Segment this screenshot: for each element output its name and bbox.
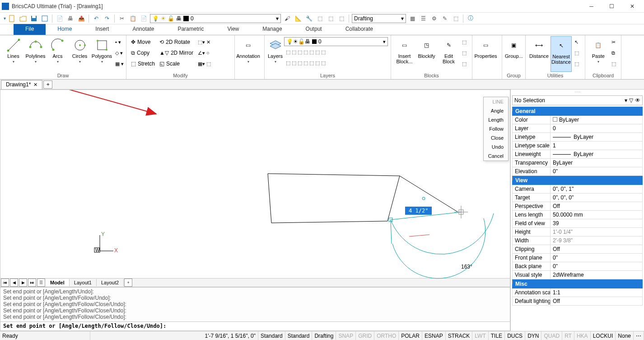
tab-layout1[interactable]: Layout1	[70, 279, 97, 286]
toggle-ortho[interactable]: ORTHO	[374, 331, 399, 340]
ctx-follow[interactable]: Follow	[484, 124, 508, 133]
circles-button[interactable]: Circles▾	[69, 36, 90, 72]
tab-model[interactable]: Model	[46, 279, 70, 286]
tab-manage[interactable]: Manage	[251, 24, 294, 35]
toggle-lwt[interactable]: LWT	[472, 331, 488, 340]
toggle-hka[interactable]: HKA	[574, 331, 591, 340]
cut2[interactable]: ✂	[610, 37, 618, 47]
annotation-button[interactable]: ▭Annotation▾	[238, 36, 259, 72]
layers-button[interactable]: Layers▾	[267, 36, 283, 72]
tab-file[interactable]: File	[14, 24, 46, 35]
polylines-button[interactable]: Polylines▾	[25, 36, 46, 72]
util1[interactable]: ↖	[573, 37, 582, 47]
util2[interactable]: ⬚	[573, 48, 582, 58]
print-icon[interactable]: 🖶	[66, 14, 75, 23]
dimension-input[interactable]: 4 1/2"	[405, 207, 432, 215]
tool6-icon[interactable]: ☰	[419, 14, 428, 23]
toggle-quad[interactable]: QUAD	[541, 331, 562, 340]
paste-button[interactable]: 📋Paste▾	[588, 36, 609, 72]
blockify-button[interactable]: ◳Blockify	[416, 36, 437, 72]
eye-icon[interactable]: 👁	[635, 97, 640, 104]
status-none[interactable]: None	[616, 331, 634, 340]
layer-combo[interactable]: 💡 ☀ 🔓 🖶 0 ▾	[150, 14, 281, 23]
tab-annotate[interactable]: Annotate	[121, 24, 166, 35]
tool8-icon[interactable]: ✎	[440, 14, 449, 23]
tab-home[interactable]: Home	[46, 24, 84, 35]
toggle-ducs[interactable]: DUCS	[505, 331, 525, 340]
export-icon[interactable]: 📤	[77, 14, 86, 23]
ctx-cancel[interactable]: Cancel	[484, 151, 508, 161]
selection-combo[interactable]: No Selection▾ ▽ 👁	[512, 95, 643, 105]
ctx-undo[interactable]: Undo	[484, 142, 508, 151]
cut-icon[interactable]: ✂	[117, 14, 126, 23]
copy-button[interactable]: ⧉Copy	[129, 48, 157, 58]
redo-icon[interactable]: ↷	[103, 14, 112, 23]
copy2[interactable]: ⧉	[610, 48, 618, 58]
command-line[interactable]: Set end point or [Angle/Length/Follow/Cl…	[0, 321, 510, 331]
section-misc[interactable]: −Misc	[512, 279, 643, 288]
filter-icon[interactable]: ▽	[629, 97, 633, 104]
distance-button[interactable]: ⟷Distance	[528, 36, 550, 72]
tool3-icon[interactable]: ⬚	[326, 14, 335, 23]
toggle-rt[interactable]: RT	[562, 331, 574, 340]
tab-layout2[interactable]: Layout2	[97, 279, 124, 286]
brush-icon[interactable]: 🖌	[283, 14, 292, 23]
nearest-distance-button[interactable]: ↖Nearest Distance	[551, 36, 572, 72]
stretch-button[interactable]: ⬚Stretch	[129, 59, 157, 69]
ctx-angle[interactable]: Angle	[484, 106, 508, 115]
tool5-icon[interactable]: ▦	[408, 14, 417, 23]
add-tab-button[interactable]: +	[43, 80, 52, 89]
maximize-button[interactable]: ☐	[602, 0, 622, 13]
util3[interactable]: ⬚	[573, 59, 582, 69]
minimize-button[interactable]: ─	[581, 0, 602, 13]
draw-opt2[interactable]: ◇ ▾	[113, 48, 123, 58]
workspace-combo[interactable]: Drafting▾	[352, 14, 406, 23]
scale-button[interactable]: ◱Scale	[158, 59, 195, 69]
blk2[interactable]: ⬚	[460, 48, 469, 58]
tool9-icon[interactable]: ⬚	[451, 14, 460, 23]
toggle-grid[interactable]: GRID	[356, 331, 374, 340]
lines-button[interactable]: Lines▾	[3, 36, 24, 72]
tab-collaborate[interactable]: Collaborate	[334, 24, 385, 35]
new-icon[interactable]	[8, 14, 17, 23]
mirror-button[interactable]: ▲▽2D Mirror	[158, 48, 195, 58]
toggle-esnap[interactable]: ESNAP	[422, 331, 446, 340]
layer-dd[interactable]: 💡☀🔓🖶0▾	[284, 37, 388, 46]
paste-icon[interactable]: 📄	[139, 14, 148, 23]
measure-icon[interactable]: 📐	[294, 14, 303, 23]
toggle-lockui[interactable]: LOCKUI	[591, 331, 616, 340]
save-icon[interactable]	[29, 14, 38, 23]
import-icon[interactable]: 📄	[55, 14, 64, 23]
toggle-tile[interactable]: TILE	[489, 331, 505, 340]
mod-opt1[interactable]: ⬚▾ ✕	[196, 37, 218, 47]
blk1[interactable]: ⬚	[460, 37, 469, 47]
tab-parametric[interactable]: Parametric	[166, 24, 215, 35]
tool7-icon[interactable]: ⚙	[429, 14, 439, 23]
toggle-polar[interactable]: POLAR	[399, 331, 422, 340]
properties-button[interactable]: ▭Properties	[475, 36, 496, 72]
draw-opt3[interactable]: ▦ ▾	[113, 59, 123, 69]
toggle-snap[interactable]: SNAP	[336, 331, 356, 340]
saveas-icon[interactable]	[40, 14, 49, 23]
section-general[interactable]: −General	[512, 107, 643, 116]
status-more[interactable]: ⋯	[634, 331, 644, 340]
chevron-down-icon[interactable]: ▾	[4, 16, 6, 21]
close-button[interactable]: ✕	[622, 0, 642, 13]
toggle-strack[interactable]: STRACK	[446, 331, 473, 340]
insert-block-button[interactable]: ▭Insert Block...	[394, 36, 415, 72]
tab-insert[interactable]: Insert	[84, 24, 121, 35]
draw-opt1[interactable]: • ▾	[113, 37, 123, 47]
drawing-canvas[interactable]: 4 1/2" 163° Y X W LINE Angle Length Foll…	[0, 90, 510, 278]
ctx-close[interactable]: Close	[484, 133, 508, 142]
ctx-length[interactable]: Length	[484, 115, 508, 124]
tool2-icon[interactable]: ⬚	[315, 14, 324, 23]
help-icon[interactable]: ⓘ	[466, 14, 475, 23]
tab-view[interactable]: View	[215, 24, 251, 35]
rotate-button[interactable]: ⟲2D Rotate	[158, 37, 195, 47]
mod-opt3[interactable]: ▦▾ ⬚	[196, 59, 218, 69]
edit-block-button[interactable]: ✎Edit Block	[438, 36, 459, 72]
close-icon[interactable]: ✕	[33, 82, 37, 88]
layer-tools1[interactable]: ⬚ ⬚ ⬚ ⬚ ⬚ ⬚ ⬚	[284, 47, 388, 57]
toggle-dyn[interactable]: DYN	[525, 331, 541, 340]
group-button[interactable]: ▣Group...	[505, 36, 523, 72]
